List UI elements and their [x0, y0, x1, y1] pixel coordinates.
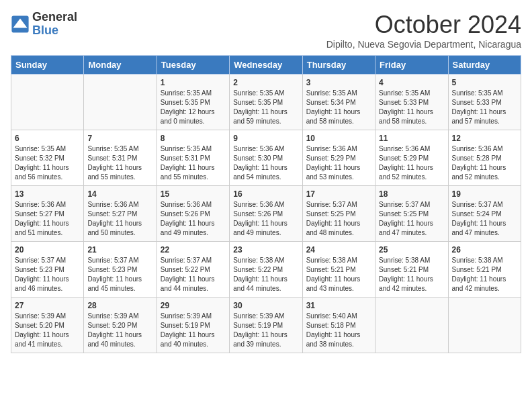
day-number: 1 [161, 78, 226, 87]
day-number: 12 [452, 134, 517, 143]
day-info: Sunrise: 5:35 AM Sunset: 5:31 PM Dayligh… [161, 144, 226, 182]
day-number: 9 [233, 134, 298, 143]
day-number: 6 [15, 134, 80, 143]
day-number: 7 [87, 134, 152, 143]
day-info: Sunrise: 5:37 AM Sunset: 5:25 PM Dayligh… [306, 200, 371, 238]
title-block: October 2024 Dipilto, Nueva Segovia Depa… [326, 11, 521, 50]
day-cell: 23Sunrise: 5:38 AM Sunset: 5:22 PM Dayli… [230, 242, 302, 298]
day-cell: 28Sunrise: 5:39 AM Sunset: 5:20 PM Dayli… [84, 298, 157, 353]
day-info: Sunrise: 5:37 AM Sunset: 5:23 PM Dayligh… [15, 256, 80, 293]
day-info: Sunrise: 5:36 AM Sunset: 5:27 PM Dayligh… [87, 200, 152, 238]
day-info: Sunrise: 5:39 AM Sunset: 5:19 PM Dayligh… [161, 312, 226, 349]
day-number: 21 [87, 245, 152, 255]
col-header-sunday: Sunday [11, 56, 84, 75]
day-cell: 12Sunrise: 5:36 AM Sunset: 5:28 PM Dayli… [448, 130, 521, 186]
col-header-tuesday: Tuesday [157, 56, 229, 75]
day-number: 22 [161, 245, 226, 255]
day-number: 20 [15, 245, 80, 255]
day-cell: 7Sunrise: 5:35 AM Sunset: 5:31 PM Daylig… [84, 130, 157, 186]
day-info: Sunrise: 5:38 AM Sunset: 5:21 PM Dayligh… [306, 256, 371, 293]
day-number: 24 [306, 245, 371, 255]
logo-blue: Blue [32, 24, 77, 38]
day-number: 18 [379, 189, 444, 199]
day-cell: 10Sunrise: 5:36 AM Sunset: 5:29 PM Dayli… [302, 130, 375, 186]
day-info: Sunrise: 5:35 AM Sunset: 5:33 PM Dayligh… [379, 89, 444, 126]
day-cell: 3Sunrise: 5:35 AM Sunset: 5:34 PM Daylig… [302, 75, 375, 130]
day-info: Sunrise: 5:39 AM Sunset: 5:20 PM Dayligh… [87, 312, 152, 349]
day-info: Sunrise: 5:35 AM Sunset: 5:34 PM Dayligh… [306, 89, 371, 126]
logo: General Blue [11, 11, 77, 38]
day-cell [375, 298, 448, 353]
subtitle: Dipilto, Nueva Segovia Department, Nicar… [326, 39, 521, 50]
week-row-5: 27Sunrise: 5:39 AM Sunset: 5:20 PM Dayli… [11, 298, 521, 353]
day-cell: 27Sunrise: 5:39 AM Sunset: 5:20 PM Dayli… [11, 298, 84, 353]
day-info: Sunrise: 5:36 AM Sunset: 5:29 PM Dayligh… [306, 144, 371, 182]
day-number: 31 [306, 301, 371, 310]
day-number: 4 [379, 78, 444, 87]
day-cell: 11Sunrise: 5:36 AM Sunset: 5:29 PM Dayli… [375, 130, 448, 186]
day-cell: 20Sunrise: 5:37 AM Sunset: 5:23 PM Dayli… [11, 242, 84, 298]
day-info: Sunrise: 5:36 AM Sunset: 5:26 PM Dayligh… [161, 200, 226, 238]
day-cell: 5Sunrise: 5:35 AM Sunset: 5:33 PM Daylig… [448, 75, 521, 130]
day-number: 13 [15, 189, 80, 199]
day-number: 10 [306, 134, 371, 143]
day-info: Sunrise: 5:35 AM Sunset: 5:33 PM Dayligh… [452, 89, 517, 126]
month-title: October 2024 [326, 11, 521, 39]
calendar-table: SundayMondayTuesdayWednesdayThursdayFrid… [11, 55, 521, 353]
day-number: 19 [452, 189, 517, 199]
week-row-1: 1Sunrise: 5:35 AM Sunset: 5:35 PM Daylig… [11, 75, 521, 130]
day-info: Sunrise: 5:37 AM Sunset: 5:25 PM Dayligh… [379, 200, 444, 238]
day-cell: 18Sunrise: 5:37 AM Sunset: 5:25 PM Dayli… [375, 186, 448, 242]
day-number: 5 [452, 78, 517, 87]
day-cell [448, 298, 521, 353]
day-info: Sunrise: 5:35 AM Sunset: 5:31 PM Dayligh… [87, 144, 152, 182]
logo-text: General Blue [32, 11, 77, 38]
day-info: Sunrise: 5:38 AM Sunset: 5:21 PM Dayligh… [379, 256, 444, 293]
day-info: Sunrise: 5:38 AM Sunset: 5:22 PM Dayligh… [233, 256, 298, 293]
day-cell: 17Sunrise: 5:37 AM Sunset: 5:25 PM Dayli… [302, 186, 375, 242]
day-number: 30 [233, 301, 298, 310]
day-cell: 15Sunrise: 5:36 AM Sunset: 5:26 PM Dayli… [157, 186, 229, 242]
day-cell: 14Sunrise: 5:36 AM Sunset: 5:27 PM Dayli… [84, 186, 157, 242]
day-cell: 13Sunrise: 5:36 AM Sunset: 5:27 PM Dayli… [11, 186, 84, 242]
day-cell: 9Sunrise: 5:36 AM Sunset: 5:30 PM Daylig… [230, 130, 302, 186]
col-header-thursday: Thursday [302, 56, 375, 75]
day-info: Sunrise: 5:37 AM Sunset: 5:24 PM Dayligh… [452, 200, 517, 238]
day-cell: 29Sunrise: 5:39 AM Sunset: 5:19 PM Dayli… [157, 298, 229, 353]
day-number: 16 [233, 189, 298, 199]
day-info: Sunrise: 5:40 AM Sunset: 5:18 PM Dayligh… [306, 312, 371, 349]
week-row-3: 13Sunrise: 5:36 AM Sunset: 5:27 PM Dayli… [11, 186, 521, 242]
page-header: General Blue October 2024 Dipilto, Nueva… [11, 11, 521, 50]
day-number: 15 [161, 189, 226, 199]
day-info: Sunrise: 5:37 AM Sunset: 5:22 PM Dayligh… [161, 256, 226, 293]
col-header-saturday: Saturday [448, 56, 521, 75]
day-cell: 31Sunrise: 5:40 AM Sunset: 5:18 PM Dayli… [302, 298, 375, 353]
day-number: 8 [161, 134, 226, 143]
day-number: 14 [87, 189, 152, 199]
day-cell: 4Sunrise: 5:35 AM Sunset: 5:33 PM Daylig… [375, 75, 448, 130]
day-info: Sunrise: 5:36 AM Sunset: 5:29 PM Dayligh… [379, 144, 444, 182]
day-info: Sunrise: 5:35 AM Sunset: 5:32 PM Dayligh… [15, 144, 80, 182]
day-cell: 21Sunrise: 5:37 AM Sunset: 5:23 PM Dayli… [84, 242, 157, 298]
day-number: 29 [161, 301, 226, 310]
day-number: 25 [379, 245, 444, 255]
logo-icon [11, 15, 30, 34]
day-cell [11, 75, 84, 130]
day-cell: 26Sunrise: 5:38 AM Sunset: 5:21 PM Dayli… [448, 242, 521, 298]
day-number: 3 [306, 78, 371, 87]
day-info: Sunrise: 5:35 AM Sunset: 5:35 PM Dayligh… [233, 89, 298, 126]
day-cell: 8Sunrise: 5:35 AM Sunset: 5:31 PM Daylig… [157, 130, 229, 186]
day-number: 27 [15, 301, 80, 310]
day-number: 23 [233, 245, 298, 255]
day-cell: 22Sunrise: 5:37 AM Sunset: 5:22 PM Dayli… [157, 242, 229, 298]
day-cell [84, 75, 157, 130]
day-cell: 16Sunrise: 5:36 AM Sunset: 5:26 PM Dayli… [230, 186, 302, 242]
day-cell: 25Sunrise: 5:38 AM Sunset: 5:21 PM Dayli… [375, 242, 448, 298]
day-info: Sunrise: 5:39 AM Sunset: 5:19 PM Dayligh… [233, 312, 298, 349]
day-number: 28 [87, 301, 152, 310]
day-info: Sunrise: 5:36 AM Sunset: 5:30 PM Dayligh… [233, 144, 298, 182]
col-header-wednesday: Wednesday [230, 56, 302, 75]
day-cell: 24Sunrise: 5:38 AM Sunset: 5:21 PM Dayli… [302, 242, 375, 298]
week-row-2: 6Sunrise: 5:35 AM Sunset: 5:32 PM Daylig… [11, 130, 521, 186]
day-number: 2 [233, 78, 298, 87]
